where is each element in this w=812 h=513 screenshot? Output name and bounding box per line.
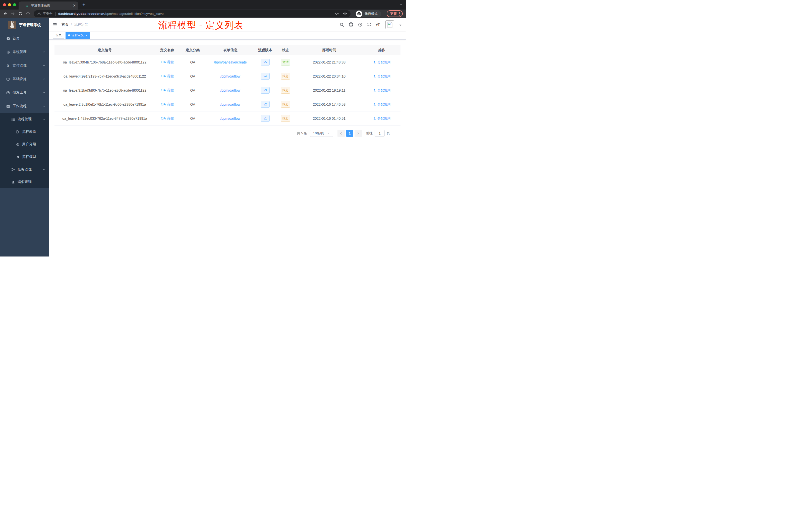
definition-name-link[interactable]: OA 请假 [161, 116, 174, 121]
definition-name-link[interactable]: OA 请假 [161, 88, 174, 93]
menu-item-label: 研发工具 [12, 90, 27, 95]
column-header: 部署时间 [295, 45, 363, 55]
version-badge: v3 [261, 87, 270, 94]
sidebar-item-任务管理[interactable]: 任务管理 [0, 163, 49, 176]
form-link[interactable]: /bpm/oa/flow [221, 74, 240, 78]
sidebar-item-工作流程[interactable]: 工作流程 [0, 99, 49, 113]
url-host: dashboard.yudao.iocoder.cn [58, 12, 105, 16]
sidebar-item-用户分组[interactable]: 用户分组 [0, 138, 49, 151]
browser-tab[interactable]: 芋道管理系统 ✕ [19, 1, 78, 9]
sidebar-item-基础设施[interactable]: 基础设施 [0, 72, 49, 86]
definition-category: OA [190, 74, 195, 78]
user-avatar[interactable] [385, 20, 394, 29]
definition-name-link[interactable]: OA 请假 [161, 60, 174, 64]
assign-rule-link[interactable]: 分配规则 [373, 116, 390, 121]
sidebar-item-研发工具[interactable]: 研发工具 [0, 86, 49, 99]
column-header: 定义编号 [55, 45, 155, 55]
github-icon[interactable] [349, 22, 353, 27]
browser-menu-icon[interactable] [399, 12, 400, 16]
column-header: 表单信息 [206, 45, 255, 55]
form-link[interactable]: /bpm/oa/flow [221, 102, 240, 107]
assign-rule-link[interactable]: 分配规则 [373, 88, 390, 93]
menu-item-label: 流程模型 [22, 155, 36, 159]
tab-close-icon[interactable]: ✕ [73, 4, 76, 7]
browser-update-button[interactable]: 更新 [387, 10, 403, 17]
user-icon [373, 89, 376, 92]
tag-close-icon[interactable]: × [85, 34, 87, 37]
reload-icon[interactable] [18, 11, 23, 17]
window-zoom-button[interactable] [13, 3, 16, 6]
tag-流程定义[interactable]: 流程定义× [65, 32, 90, 39]
breadcrumb-separator: / [71, 23, 72, 27]
bookmark-star-icon[interactable] [343, 12, 347, 16]
status-badge: 挂起 [281, 115, 290, 122]
menu-item-label: 流程表单 [22, 129, 36, 134]
sidebar-item-请假查询[interactable]: 请假查询 [0, 176, 49, 188]
breadcrumb-home[interactable]: 首页 [61, 22, 68, 27]
goto-page-input[interactable] [375, 130, 385, 137]
macos-traffic-lights [3, 3, 16, 6]
form-link[interactable]: /bpm/oa/flow [221, 117, 240, 120]
address-bar[interactable]: 不安全 dashboard.yudao.iocoder.cn/bpm/manag… [34, 10, 350, 17]
chevron-down-icon [42, 64, 46, 67]
tags-view-bar: 首页流程定义× [49, 31, 406, 40]
incognito-icon [356, 10, 362, 17]
broken-image-icon [387, 22, 393, 28]
prev-page-button[interactable] [338, 130, 345, 137]
definition-name-link[interactable]: OA 请假 [161, 74, 174, 79]
back-icon[interactable] [2, 11, 8, 17]
menu-item-label: 用户分组 [22, 142, 36, 147]
site-favicon-icon [25, 4, 29, 7]
tag-首页[interactable]: 首页 [53, 32, 64, 39]
new-tab-button[interactable]: + [82, 2, 85, 7]
column-header: 定义分类 [179, 45, 206, 55]
assign-rule-link[interactable]: 分配规则 [373, 60, 390, 64]
form-link[interactable]: /bpm/oa/flow [221, 88, 240, 92]
sidebar-item-系统管理[interactable]: 系统管理 [0, 45, 49, 59]
definition-name-link[interactable]: OA 请假 [161, 102, 174, 107]
chevron-down-icon [327, 132, 330, 135]
chevron-down-icon [42, 51, 46, 54]
tab-search-icon[interactable] [400, 3, 403, 6]
chevron-down-icon [42, 168, 46, 171]
column-header: 流程版本 [255, 45, 276, 55]
sidebar-item-流程模型[interactable]: 流程模型 [0, 151, 49, 163]
column-header: 状态 [276, 45, 295, 55]
assign-rule-link[interactable]: 分配规则 [373, 102, 390, 107]
form-link[interactable]: /bpm/oa/leave/create [214, 60, 247, 64]
assign-rule-link[interactable]: 分配规则 [373, 74, 390, 79]
help-icon[interactable] [358, 23, 362, 27]
status-badge: 挂起 [281, 73, 290, 80]
search-icon[interactable] [340, 23, 344, 27]
user-icon [373, 117, 376, 120]
status-badge: 挂起 [281, 101, 290, 108]
font-size-icon[interactable]: TT [376, 23, 380, 27]
forward-icon[interactable] [10, 11, 16, 17]
menu-item-label: 请假查询 [18, 180, 32, 184]
page-number-current[interactable]: 1 [346, 130, 353, 137]
sidebar-item-流程表单[interactable]: 流程表单 [0, 125, 49, 138]
sidebar-item-流程管理[interactable]: 流程管理 [0, 113, 49, 125]
fullscreen-icon[interactable] [367, 23, 371, 27]
sidebar-item-首页[interactable]: 首页 [0, 32, 49, 45]
table-row: oa_leave:3:1fad3d93-7b75-11ec-a3c8-acde4… [55, 83, 401, 97]
password-key-icon[interactable] [335, 12, 339, 16]
window-minimize-button[interactable] [8, 3, 11, 6]
avatar-caret-icon[interactable] [399, 25, 402, 27]
definition-id: oa_leave:5:004b710b-7b8a-11ec-8ef0-acde4… [63, 60, 147, 64]
version-badge: v1 [261, 115, 270, 122]
browser-toolbar: 不安全 dashboard.yudao.iocoder.cn/bpm/manag… [0, 9, 406, 18]
page-size-select[interactable]: 10条/页 [310, 130, 333, 137]
incognito-label: 无痕模式 [365, 11, 378, 16]
next-page-button[interactable] [354, 130, 362, 137]
sidebar-item-支付管理[interactable]: ¥支付管理 [0, 59, 49, 72]
hamburger-icon[interactable] [53, 23, 57, 27]
version-badge: v4 [261, 73, 270, 80]
home-icon[interactable] [25, 11, 31, 17]
page-content: 定义编号定义名称定义分类表单信息流程版本状态部署时间操作 oa_leave:5:… [49, 40, 406, 142]
deploy-time: 2022-01-22 21:48:38 [313, 60, 346, 64]
tag-label: 流程定义 [71, 33, 84, 37]
breadcrumb: 首页 / 流程定义 [61, 22, 88, 27]
window-close-button[interactable] [3, 3, 6, 6]
sidebar-logo[interactable]: 芋道管理系统 [0, 18, 49, 32]
